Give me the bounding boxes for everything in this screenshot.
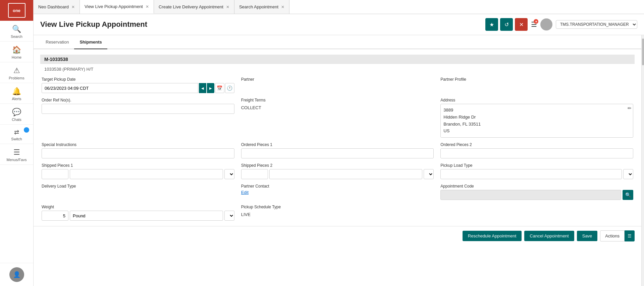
freight-terms-label: Freight Terms (241, 98, 434, 102)
logo-box: one (8, 3, 25, 18)
special-instructions-input[interactable] (42, 148, 234, 158)
appointment-code-group: Appointment Code 🔍 (440, 184, 633, 200)
header-actions: ★ ↺ ✕ (485, 18, 528, 31)
page-header: View Live Pickup Appointment ★ ↺ ✕ ☰ ★ T… (34, 14, 644, 35)
partner-label: Partner (241, 77, 434, 82)
reschedule-appointment-button[interactable]: Reschedule Appointment (463, 231, 522, 241)
tab-close-neo-dashboard[interactable]: ✕ (71, 5, 75, 9)
shipped-pieces-1-row: ▼ (42, 169, 234, 179)
actions-label-button[interactable]: Actions (600, 230, 625, 241)
user-select[interactable]: TMS.TRANSPORTATION_MANAGER (556, 20, 637, 29)
shipped-pieces-1-input2[interactable] (70, 169, 223, 179)
chat-icon: 💬 (12, 108, 21, 117)
tab-view-live-pickup[interactable]: View Live Pickup Appointment ✕ (80, 0, 154, 14)
calendar-button[interactable]: 📅 (215, 83, 224, 93)
pickup-load-type-group: Pickup Load Type ▼ (440, 163, 633, 179)
form-grid-row3: Special Instructions Ordered Pieces 1 Or… (40, 142, 635, 158)
bell-icon: 🔔 (12, 87, 21, 96)
order-ref-nos-group: Order Ref No(s). (42, 98, 234, 138)
partner-group: Partner (241, 77, 434, 93)
tab-close-view-live-pickup[interactable]: ✕ (146, 4, 149, 9)
refresh-button[interactable]: ↺ (500, 18, 513, 31)
weight-row: ▼ (42, 211, 234, 221)
sidebar-item-switch[interactable]: ⇄ Switch (0, 125, 33, 144)
partner-value (241, 83, 434, 93)
weight-unit-select[interactable]: ▼ (224, 211, 234, 221)
shipped-pieces-2-select[interactable]: ▼ (424, 169, 434, 179)
delivery-load-type-label: Delivery Load Type (42, 184, 234, 189)
sidebar-item-alerts[interactable]: 🔔 Alerts (0, 83, 33, 104)
shipped-pieces-1-input1[interactable] (42, 169, 68, 179)
main-content: Neo Dashboard ✕ View Live Pickup Appoint… (34, 0, 644, 286)
pickup-schedule-type-group: Pickup Schedule Type LIVE (241, 205, 434, 221)
address-label: Address (440, 98, 633, 102)
tab-shipments[interactable]: Shipments (74, 35, 107, 49)
notifications-menu[interactable]: ☰ ★ (531, 20, 537, 28)
shipped-pieces-2-group: Shipped Pieces 2 ▼ (241, 163, 434, 179)
target-pickup-date-group: Target Pickup Date ◀ ▶ 📅 🕐 (42, 77, 234, 93)
logo-text: one (13, 8, 20, 13)
header-right: ★ ↺ ✕ ☰ ★ TMS.TRANSPORTATION_MANAGER (485, 18, 637, 31)
switch-badge (24, 127, 29, 133)
tab-close-create-live-delivery[interactable]: ✕ (226, 5, 229, 9)
favorite-button[interactable]: ★ (485, 18, 498, 31)
sidebar-bottom: 👤 (0, 263, 33, 286)
tab-search-appointment[interactable]: Search Appointment ✕ (234, 0, 289, 14)
page-footer: Reschedule Appointment Cancel Appointmen… (34, 226, 641, 245)
appointment-code-input[interactable] (440, 190, 621, 200)
target-pickup-date-input[interactable] (42, 83, 198, 93)
search-icon: 🔍 (12, 25, 21, 33)
save-button[interactable]: Save (577, 231, 598, 241)
shipped-pieces-1-select[interactable]: ▼ (224, 169, 234, 179)
sidebar-item-home[interactable]: 🏠 Home (0, 42, 33, 62)
appointment-code-search-button[interactable]: 🔍 (623, 190, 633, 200)
nav-tabs: Reservation Shipments (34, 35, 641, 49)
tab-close-search-appointment[interactable]: ✕ (281, 5, 284, 9)
scroll-thumb[interactable] (642, 39, 644, 65)
special-instructions-label: Special Instructions (42, 142, 234, 147)
ordered-pieces-1-input[interactable] (241, 148, 434, 158)
shipment-sub-header: 1033538 (PRIMARY) H/T (40, 65, 635, 73)
sidebar-item-search[interactable]: 🔍 Search (0, 21, 33, 42)
page-title: View Live Pickup Appointment (40, 20, 147, 29)
sidebar-item-chats[interactable]: 💬 Chats (0, 104, 33, 125)
tab-reservation[interactable]: Reservation (40, 35, 74, 49)
clock-button[interactable]: 🕐 (225, 83, 234, 93)
avatar[interactable]: 👤 (9, 267, 24, 282)
ordered-pieces-1-group: Ordered Pieces 1 (241, 142, 434, 158)
cancel-appointment-button[interactable]: Cancel Appointment (524, 231, 574, 241)
sidebar-item-problems[interactable]: ⚠ Problems (0, 62, 33, 83)
address-edit-button[interactable]: ✏ (628, 105, 632, 111)
pickup-load-type-label: Pickup Load Type (440, 163, 633, 168)
partner-contact-edit-link[interactable]: Edit (241, 190, 434, 195)
date-field-wrapper: ◀ ▶ 📅 🕐 (42, 83, 234, 93)
pickup-schedule-type-value: LIVE (241, 211, 434, 218)
ordered-pieces-2-input[interactable] (440, 148, 633, 158)
pickup-load-type-select[interactable]: ▼ (623, 169, 633, 179)
sidebar-item-label: Home (12, 55, 21, 59)
pickup-load-type-input[interactable] (440, 169, 622, 179)
ordered-pieces-2-label: Ordered Pieces 2 (440, 142, 633, 147)
ordered-pieces-1-label: Ordered Pieces 1 (241, 142, 434, 147)
weight-label: Weight (42, 205, 234, 209)
weight-input[interactable] (42, 211, 68, 221)
actions-caret-button[interactable]: ☰ (625, 230, 635, 241)
address-box: 3889 Hidden Ridge Dr Brandon, FL 33511 U… (440, 104, 633, 138)
order-ref-nos-input[interactable] (42, 104, 234, 114)
shipped-pieces-2-input1[interactable] (241, 169, 268, 179)
content-area: Reservation Shipments M-1033538 1033538 … (34, 35, 641, 286)
sidebar-item-label: Menus/Favs (7, 158, 27, 162)
tab-neo-dashboard[interactable]: Neo Dashboard ✕ (34, 0, 80, 14)
appointment-code-row: 🔍 (440, 190, 633, 200)
date-prev-button[interactable]: ◀ (199, 83, 206, 93)
weight-unit-input[interactable] (70, 211, 223, 221)
shipped-pieces-2-input2[interactable] (269, 169, 423, 179)
sidebar-item-menus[interactable]: ☰ Menus/Favs (0, 144, 33, 165)
close-button[interactable]: ✕ (515, 18, 528, 31)
tab-bar: Neo Dashboard ✕ View Live Pickup Appoint… (34, 0, 644, 14)
partner-profile-value (440, 83, 633, 93)
pickup-load-type-row: ▼ (440, 169, 633, 179)
shipped-pieces-1-group: Shipped Pieces 1 ▼ (42, 163, 234, 179)
tab-create-live-delivery[interactable]: Create Live Delivery Appointment ✕ (154, 0, 234, 14)
date-next-button[interactable]: ▶ (207, 83, 214, 93)
